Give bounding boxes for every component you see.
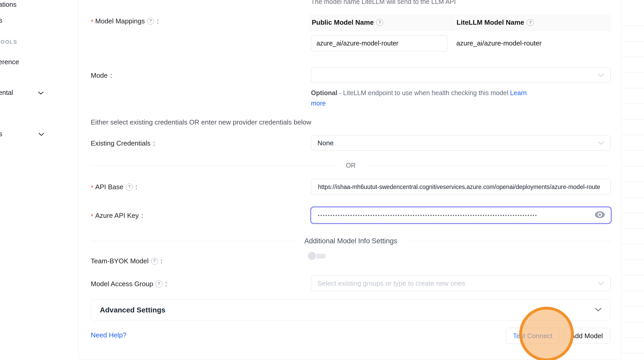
public-model-name-input[interactable]: azure_ai/azure-model-router bbox=[311, 35, 447, 51]
mode-select[interactable] bbox=[311, 67, 611, 83]
existing-credentials-select[interactable]: None bbox=[311, 135, 611, 151]
background-rows-right bbox=[622, 10, 644, 360]
click-highlight-circle bbox=[519, 307, 574, 360]
need-help-link[interactable]: Need Help? bbox=[91, 331, 126, 339]
chevron-down-icon bbox=[598, 282, 604, 285]
required-asterisk: * bbox=[91, 182, 93, 192]
model-mappings-table-row: azure_ai/azure-model-router azure_ai/azu… bbox=[309, 31, 611, 56]
required-asterisk: * bbox=[91, 16, 93, 26]
chevron-down-icon bbox=[598, 74, 604, 77]
sidebar-item[interactable]: s bbox=[0, 16, 2, 24]
chevron-down-icon bbox=[595, 308, 602, 312]
or-divider: OR bbox=[91, 162, 611, 169]
model-access-group-label: Model Access Group ? : bbox=[91, 278, 167, 289]
sidebar-item-label: erence bbox=[0, 58, 19, 66]
add-model-screen: ations s TOOLS erence ental s The model … bbox=[0, 0, 644, 360]
sidebar-section-tools: TOOLS bbox=[0, 39, 17, 45]
api-base-input[interactable]: https://ishaa-mh6uutut-swedencentral.cog… bbox=[311, 179, 611, 195]
chevron-down-icon bbox=[38, 130, 44, 138]
sidebar: ations s TOOLS erence ental s bbox=[0, 0, 78, 360]
model-name-helper-text: The model name LiteLLM will send to the … bbox=[311, 0, 456, 5]
existing-credentials-label: Existing Credentials : bbox=[91, 138, 155, 149]
litellm-model-name-value: azure_ai/azure-model-router bbox=[451, 39, 542, 47]
model-mappings-table: Public Model Name ? LiteLLM Model Name ?… bbox=[309, 15, 611, 56]
azure-api-key-input[interactable]: ••••••••••••••••••••••••••••••••••••••••… bbox=[310, 206, 612, 224]
sidebar-item-settings[interactable]: s bbox=[0, 130, 51, 138]
sidebar-item-label: ental bbox=[0, 89, 13, 97]
sidebar-item-experimental[interactable]: ental bbox=[0, 89, 50, 97]
help-question-icon[interactable]: ? bbox=[126, 184, 133, 191]
help-question-icon[interactable]: ? bbox=[527, 19, 534, 26]
model-mappings-label: * Model Mappings ? : bbox=[91, 16, 159, 27]
masked-password-value: ••••••••••••••••••••••••••••••••••••••••… bbox=[318, 213, 538, 218]
sidebar-item-label: ations bbox=[0, 1, 16, 9]
toggle-knob bbox=[308, 252, 316, 260]
help-question-icon[interactable]: ? bbox=[155, 280, 162, 287]
litellm-model-name-header: LiteLLM Model Name ? bbox=[451, 15, 611, 30]
additional-info-divider: Additional Model Info Settings bbox=[91, 237, 611, 245]
advanced-settings-title: Advanced Settings bbox=[100, 306, 165, 314]
team-byok-label: Team-BYOK Model ? : bbox=[91, 256, 162, 266]
required-asterisk: * bbox=[91, 211, 93, 220]
sidebar-item-label: s bbox=[0, 130, 2, 138]
sidebar-section-label: TOOLS bbox=[0, 39, 17, 45]
model-mappings-table-header: Public Model Name ? LiteLLM Model Name ? bbox=[309, 15, 611, 31]
model-access-group-placeholder: Select existing groups or type to create… bbox=[317, 279, 465, 287]
chevron-down-icon bbox=[38, 89, 44, 97]
credentials-note: Either select existing credentials OR en… bbox=[91, 118, 311, 126]
help-question-icon[interactable]: ? bbox=[151, 258, 158, 265]
existing-credentials-value: None bbox=[317, 139, 334, 147]
sidebar-item-organizations[interactable]: ations bbox=[0, 1, 16, 9]
sidebar-item[interactable]: erence bbox=[0, 58, 19, 66]
model-access-group-select[interactable]: Select existing groups or type to create… bbox=[311, 276, 611, 291]
eye-icon[interactable] bbox=[595, 211, 605, 219]
chevron-down-icon bbox=[598, 141, 604, 145]
azure-api-key-label: * Azure API Key : bbox=[91, 210, 143, 221]
mode-label: Mode : bbox=[91, 70, 112, 81]
help-question-icon[interactable]: ? bbox=[147, 18, 154, 25]
team-byok-toggle[interactable] bbox=[308, 252, 326, 260]
mode-help-text: Optional - LiteLLM endpoint to use when … bbox=[311, 88, 605, 108]
public-model-name-header: Public Model Name ? bbox=[309, 15, 451, 30]
sidebar-item-label: s bbox=[0, 16, 2, 24]
help-question-icon[interactable]: ? bbox=[376, 19, 383, 26]
add-model-modal: The model name LiteLLM will send to the … bbox=[78, 0, 621, 360]
api-base-label: * API Base ? : bbox=[91, 181, 137, 192]
